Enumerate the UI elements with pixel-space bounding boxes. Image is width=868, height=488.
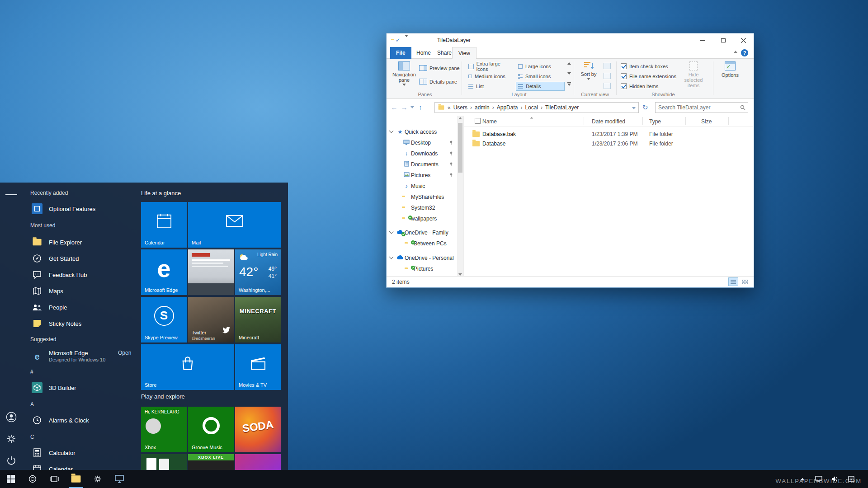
tile-xbox-live-partial[interactable]: XBOX LIVE <box>188 454 234 470</box>
power-icon[interactable] <box>5 455 17 466</box>
options-button[interactable]: ✓ Options <box>717 61 743 78</box>
select-all-checkbox[interactable] <box>475 118 481 124</box>
help-icon[interactable]: ? <box>741 49 748 56</box>
nav-onedrive-personal[interactable]: OneDrive - Personal <box>387 253 457 263</box>
preview-pane-button[interactable]: Preview pane <box>419 65 460 71</box>
file-name-extensions-checkbox[interactable]: File name extensions <box>621 73 676 79</box>
address-dropdown-chevron-icon[interactable] <box>632 104 636 111</box>
taskbar-app[interactable] <box>108 470 130 488</box>
nav-scrollbar[interactable] <box>457 116 463 277</box>
tile-calendar[interactable]: Calendar <box>141 202 187 248</box>
app-suggested-edge[interactable]: e Microsoft Edge Designed for Windows 10… <box>25 348 138 365</box>
column-header-name[interactable]: Name <box>482 118 497 125</box>
breadcrumb-admin[interactable]: admin <box>475 104 490 111</box>
forward-button[interactable]: → <box>399 103 409 113</box>
layout-scroll-up-icon[interactable] <box>567 62 571 65</box>
scroll-up-icon[interactable] <box>458 117 462 119</box>
user-avatar[interactable] <box>5 411 17 423</box>
scrollbar-thumb[interactable] <box>458 123 462 173</box>
layout-more-icon[interactable] <box>567 82 571 86</box>
app-feedback-hub[interactable]: Feedback Hub <box>25 267 138 282</box>
file-row-database[interactable]: Database 1/23/2017 2:06 PM File folder <box>464 139 753 148</box>
details-view-toggle[interactable] <box>728 277 738 286</box>
app-optional-features[interactable]: Optional Features <box>25 202 138 216</box>
nav-item-system32[interactable]: System32 <box>387 203 457 213</box>
app-alarms-clock[interactable]: Alarms & Clock <box>25 413 138 427</box>
tile-skype[interactable]: S Skype Preview <box>141 297 187 343</box>
layout-large-icons[interactable]: Large icons <box>516 62 565 71</box>
suggested-open-link[interactable]: Open <box>118 350 131 356</box>
nav-item-pictures[interactable]: Pictures <box>387 170 457 180</box>
app-get-started[interactable]: Get Started <box>25 251 138 266</box>
layout-list[interactable]: List <box>466 82 515 91</box>
nav-onedrive-family[interactable]: OneDrive - Family <box>387 228 457 238</box>
qat-customize-chevron-icon[interactable] <box>405 37 408 43</box>
app-people[interactable]: People <box>25 300 138 314</box>
item-check-boxes-checkbox[interactable]: Item check boxes <box>621 63 668 69</box>
cortana-search-button[interactable] <box>22 470 43 488</box>
minimize-button[interactable] <box>693 33 713 47</box>
tile-twitter[interactable]: Twitter @edsheeran <box>188 297 234 343</box>
recent-locations-chevron-icon[interactable] <box>409 103 415 113</box>
settings-gear-icon[interactable] <box>5 433 17 445</box>
tile-xbox[interactable]: Hi, KERNELARG Xbox <box>141 407 187 452</box>
app-file-explorer[interactable]: File Explorer <box>25 235 138 249</box>
breadcrumb-local[interactable]: Local <box>525 104 538 111</box>
tile-movies-tv[interactable]: Movies & TV <box>235 344 281 390</box>
nav-item-onedrive-pictures[interactable]: Pictures <box>387 264 457 274</box>
tile-partial[interactable] <box>235 454 281 470</box>
column-header-type[interactable]: Type <box>649 118 661 125</box>
ribbon-collapse-chevron-icon[interactable] <box>734 51 737 53</box>
sort-by-button[interactable]: Sort by <box>577 61 600 80</box>
tile-microsoft-edge[interactable]: e Microsoft Edge <box>141 249 187 295</box>
large-icons-view-toggle[interactable] <box>740 277 750 286</box>
nav-item-mysharefiles[interactable]: MyShareFiles <box>387 192 457 202</box>
start-button[interactable] <box>0 470 22 488</box>
task-view-button[interactable] <box>43 470 65 488</box>
group-by-button[interactable] <box>604 63 611 69</box>
nav-item-between-pcs[interactable]: Between PCs <box>387 239 457 249</box>
tile-solitaire-partial[interactable] <box>141 454 187 470</box>
tile-store[interactable]: Store <box>141 344 234 390</box>
tile-photos[interactable] <box>188 249 234 295</box>
nav-item-music[interactable]: ♪ Music <box>387 181 457 191</box>
app-calendar[interactable]: Calendar <box>25 462 138 470</box>
nav-item-desktop[interactable]: Desktop <box>387 138 457 148</box>
nav-item-wallpapers[interactable]: wallpapers <box>387 214 457 224</box>
app-sticky-notes[interactable]: Sticky Notes <box>25 316 138 331</box>
close-button[interactable] <box>733 33 754 47</box>
navigation-pane-button[interactable]: Navigation pane <box>391 61 417 86</box>
back-button[interactable]: ← <box>389 103 399 113</box>
tile-mail[interactable]: Mail <box>188 202 281 248</box>
column-header-date-modified[interactable]: Date modified <box>592 118 625 125</box>
search-input[interactable] <box>656 103 737 113</box>
column-header-size[interactable]: Size <box>701 118 712 125</box>
breadcrumb-tiledatalayer[interactable]: TileDataLayer <box>545 104 579 111</box>
app-3d-builder[interactable]: 3D Builder <box>25 380 138 395</box>
breadcrumb-users[interactable]: Users <box>453 104 467 111</box>
layout-extra-large-icons[interactable]: Extra large icons <box>466 62 515 71</box>
file-row-database-bak[interactable]: Database.bak 1/23/2017 1:39 PM File fold… <box>464 129 753 139</box>
layout-medium-icons[interactable]: Medium icons <box>466 72 515 81</box>
maximize-button[interactable] <box>713 33 733 47</box>
breadcrumb-appdata[interactable]: AppData <box>497 104 518 111</box>
layout-small-icons[interactable]: Small icons <box>516 72 565 81</box>
tab-view[interactable]: View <box>452 47 476 59</box>
tile-minecraft[interactable]: MINECRAFT Minecraft <box>235 297 281 343</box>
refresh-icon[interactable]: ↻ <box>642 103 648 112</box>
scroll-down-icon[interactable] <box>458 273 462 276</box>
hamburger-menu-icon[interactable] <box>5 189 17 201</box>
nav-quick-access[interactable]: ★ Quick access <box>387 127 457 137</box>
app-calculator[interactable]: Calculator <box>25 446 138 460</box>
tile-candy-crush-soda[interactable]: SODA <box>235 407 281 452</box>
tab-file[interactable]: File <box>390 47 411 59</box>
qat-check-icon[interactable]: ✓ <box>396 37 400 43</box>
tile-groove-music[interactable]: Groove Music <box>188 407 234 452</box>
app-maps[interactable]: Maps <box>25 284 138 298</box>
tile-weather[interactable]: Light Rain 42° 49° 41° Washington,... <box>235 249 281 295</box>
layout-scroll-down-icon[interactable] <box>567 72 571 75</box>
layout-details[interactable]: Details <box>516 82 565 91</box>
taskbar-settings[interactable] <box>87 470 108 488</box>
hide-selected-items-button[interactable]: Hide selected items <box>679 61 708 88</box>
nav-item-documents[interactable]: Documents <box>387 160 457 169</box>
